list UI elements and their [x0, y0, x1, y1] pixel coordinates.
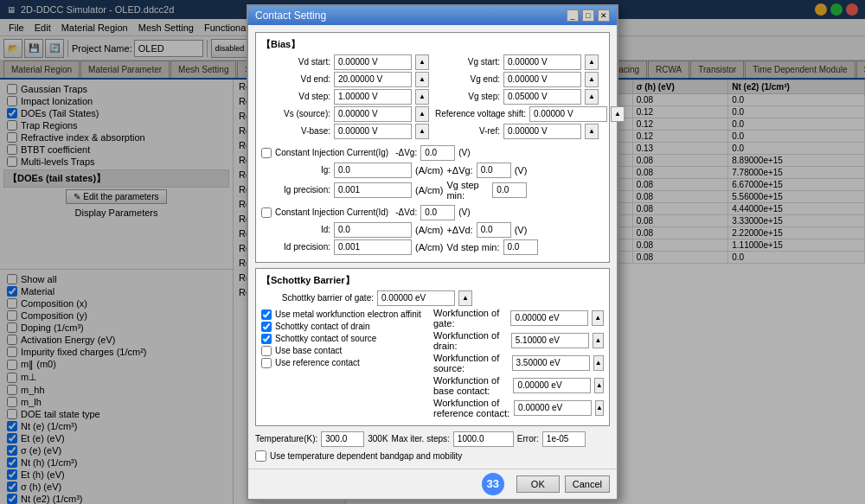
- wf-ref-row: Workfunction of reference contact: ▲: [433, 398, 604, 418]
- ig-input[interactable]: [334, 163, 412, 178]
- dialog-minimize-button[interactable]: _: [567, 10, 579, 22]
- dialog-overlay: Contact Setting _ □ ✕ 【Bias】 Vd start:: [0, 0, 865, 504]
- vg-step-input[interactable]: [503, 89, 581, 105]
- dialog-close-button[interactable]: ✕: [598, 10, 610, 22]
- vd-step-label: Vd step:: [261, 92, 330, 101]
- vg-step-row: Vg step: ▲: [431, 89, 625, 105]
- constant-id-checkbox[interactable]: [261, 207, 272, 218]
- wf-gate-row: Workfunction of gate: ▲: [433, 308, 604, 329]
- use-ref-contact-row: Use reference contact: [261, 358, 432, 368]
- schottky-drain-checkbox[interactable]: [261, 322, 272, 332]
- temp-300k-label: 300K: [368, 434, 388, 443]
- vref-up[interactable]: ▲: [585, 124, 599, 139]
- vg-end-label: Vg end:: [431, 74, 500, 84]
- schottky-right: Workfunction of gate: ▲ Workfunction of …: [433, 308, 604, 420]
- vd-step-up[interactable]: ▲: [415, 89, 429, 105]
- vg-end-up[interactable]: ▲: [585, 72, 599, 87]
- ig-unit: (A/cm): [415, 165, 443, 175]
- vg-step-min-label: Vg step min:: [446, 180, 489, 201]
- vd-end-input[interactable]: [334, 72, 412, 87]
- error-label: Error:: [517, 434, 539, 443]
- vg-step-min-input[interactable]: [492, 182, 527, 198]
- vd-start-up[interactable]: ▲: [415, 54, 429, 70]
- delta-vd-minus-input[interactable]: [420, 205, 455, 220]
- ig-precision-unit: (A/cm): [415, 185, 443, 195]
- use-ref-contact-checkbox[interactable]: [261, 358, 272, 368]
- temp-dependent-checkbox[interactable]: [255, 450, 266, 462]
- schottky-gate-up[interactable]: ▲: [458, 290, 472, 306]
- max-iter-input[interactable]: [453, 431, 514, 447]
- constant-id-section: Constant Injection Current(Id) -ΔVd: (V)…: [261, 205, 604, 255]
- bias-section-title: 【Bias】: [261, 38, 604, 51]
- dialog-footer: 33 OK Cancel: [248, 469, 617, 499]
- ig-precision-input[interactable]: [334, 182, 412, 198]
- vbase-label: V-base:: [261, 126, 330, 136]
- constant-ig-checkbox[interactable]: [261, 148, 272, 158]
- wf-ref-input[interactable]: [514, 400, 592, 416]
- vg-step-label: Vg step:: [431, 92, 500, 101]
- vref-label: V-ref:: [431, 126, 500, 136]
- schottky-left: Use metal workfunction electron affinit …: [261, 308, 432, 420]
- badge-33: 33: [482, 473, 504, 495]
- vd-start-label: Vd start:: [261, 57, 330, 67]
- wf-base-input[interactable]: [513, 378, 591, 393]
- vref-input[interactable]: [503, 124, 581, 139]
- schottky-gate-input[interactable]: [377, 290, 455, 306]
- wf-drain-input[interactable]: [511, 333, 589, 348]
- vd-step-input[interactable]: [334, 89, 412, 105]
- temperature-input[interactable]: [321, 431, 364, 447]
- vd-start-input[interactable]: [334, 54, 412, 70]
- vs-input[interactable]: [334, 106, 412, 122]
- vbase-up[interactable]: ▲: [415, 124, 429, 139]
- vg-start-label: Vg start:: [431, 57, 500, 67]
- dialog-maximize-button[interactable]: □: [582, 10, 594, 22]
- vg-start-input[interactable]: [503, 54, 581, 70]
- vd-end-up[interactable]: ▲: [415, 72, 429, 87]
- vd-step-min-input[interactable]: [503, 239, 538, 255]
- wf-source-input[interactable]: [512, 355, 590, 371]
- vd-step-row: Vd step: ▲: [261, 89, 429, 105]
- ref-voltage-shift-up[interactable]: ▲: [611, 106, 625, 122]
- wf-source-label: Workfunction of source:: [433, 353, 509, 373]
- use-base-contact-checkbox[interactable]: [261, 346, 272, 356]
- v-unit-2: (V): [515, 165, 528, 175]
- id-precision-input[interactable]: [334, 239, 412, 255]
- v-unit-1: (V): [458, 148, 470, 157]
- ig-label: Ig:: [261, 165, 330, 175]
- delta-vg-plus-input[interactable]: [477, 163, 511, 178]
- dialog-title-text: Contact Setting: [255, 10, 326, 22]
- cancel-button[interactable]: Cancel: [565, 475, 610, 493]
- schottky-section-title: 【Schottky Barrier】: [261, 274, 604, 287]
- vs-up[interactable]: ▲: [415, 106, 429, 122]
- error-input[interactable]: [542, 431, 586, 447]
- vg-start-up[interactable]: ▲: [585, 54, 599, 70]
- schottky-gate-label: Schottky barrier of gate:: [261, 293, 374, 303]
- use-metal-wf-checkbox[interactable]: [261, 309, 272, 320]
- vg-step-up[interactable]: ▲: [585, 89, 599, 105]
- temperature-row: Temperature(K): 300K Max iter. steps: Er…: [255, 431, 610, 447]
- wf-ref-up[interactable]: ▲: [595, 400, 604, 416]
- vg-end-input[interactable]: [503, 72, 581, 87]
- ig-precision-label: Ig precision:: [261, 185, 330, 195]
- vbase-input[interactable]: [334, 124, 412, 139]
- id-input[interactable]: [334, 222, 412, 238]
- wf-drain-up[interactable]: ▲: [593, 333, 604, 348]
- schottky-drain-label: Schottky contact of drain: [275, 322, 370, 331]
- delta-vg-minus-input[interactable]: [420, 145, 455, 161]
- wf-gate-up[interactable]: ▲: [592, 310, 604, 326]
- wf-base-up[interactable]: ▲: [594, 378, 604, 393]
- schottky-source-checkbox[interactable]: [261, 334, 272, 344]
- dialog-body: 【Bias】 Vd start: ▲ Vd end:: [248, 25, 617, 469]
- vd-end-label: Vd end:: [261, 74, 330, 84]
- wf-source-up[interactable]: ▲: [593, 355, 605, 371]
- wf-source-row: Workfunction of source: ▲: [433, 353, 604, 373]
- delta-vd-plus-input[interactable]: [477, 222, 511, 238]
- wf-gate-input[interactable]: [510, 310, 588, 326]
- vg-end-row: Vg end: ▲: [431, 72, 625, 87]
- vs-label: Vs (source):: [261, 109, 330, 118]
- ref-voltage-shift-input[interactable]: [529, 106, 607, 122]
- ok-button[interactable]: OK: [516, 475, 560, 493]
- constant-id-row: Constant Injection Current(Id) -ΔVd: (V): [261, 205, 604, 220]
- max-iter-label: Max iter. steps:: [392, 434, 450, 443]
- vg-start-row: Vg start: ▲: [431, 54, 625, 70]
